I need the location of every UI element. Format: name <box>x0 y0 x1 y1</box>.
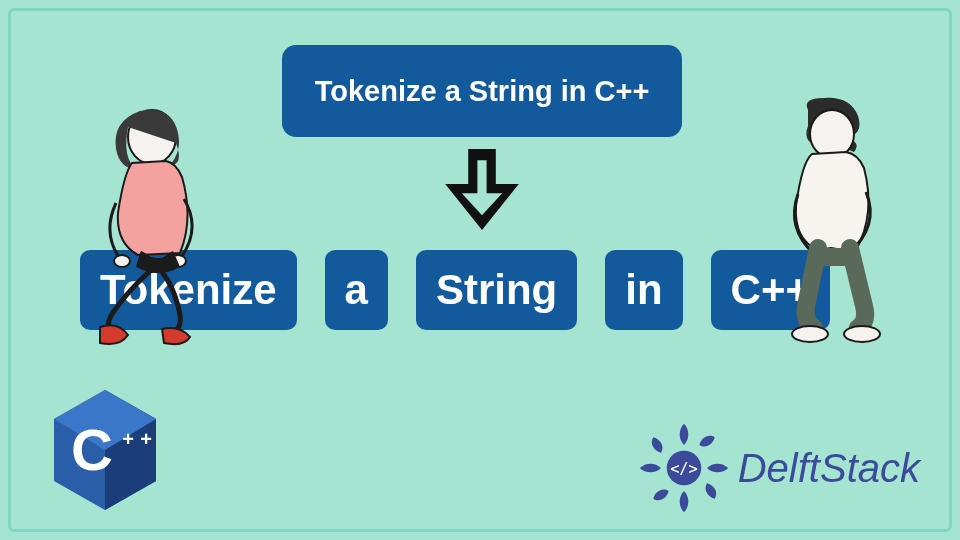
cpp-logo-plus1: + <box>122 428 134 450</box>
svg-point-3 <box>810 110 854 158</box>
svg-text:</>: </> <box>670 460 698 478</box>
brand-block: </> DelftStack <box>636 420 920 516</box>
arrow-down-icon <box>436 148 528 233</box>
title-text: Tokenize a String in C++ <box>315 75 650 108</box>
svg-point-1 <box>114 255 130 267</box>
brand-name: DelftStack <box>738 446 920 491</box>
svg-point-5 <box>792 326 828 342</box>
person-woman-sitting-illustration <box>62 103 238 363</box>
cpp-logo-plus2: + <box>140 428 152 450</box>
cpp-language-logo-icon: C + + <box>50 388 160 512</box>
token-item: a <box>325 250 388 330</box>
token-item: in <box>605 250 682 330</box>
svg-point-6 <box>844 326 880 342</box>
title-box: Tokenize a String in C++ <box>282 45 682 137</box>
token-label: a <box>345 266 368 314</box>
cpp-logo-letter: C <box>71 417 113 482</box>
delftstack-emblem-icon: </> <box>636 420 732 516</box>
person-man-sitting-illustration <box>746 96 916 356</box>
token-label: String <box>436 266 557 314</box>
token-label: in <box>625 266 662 314</box>
token-item: String <box>416 250 577 330</box>
